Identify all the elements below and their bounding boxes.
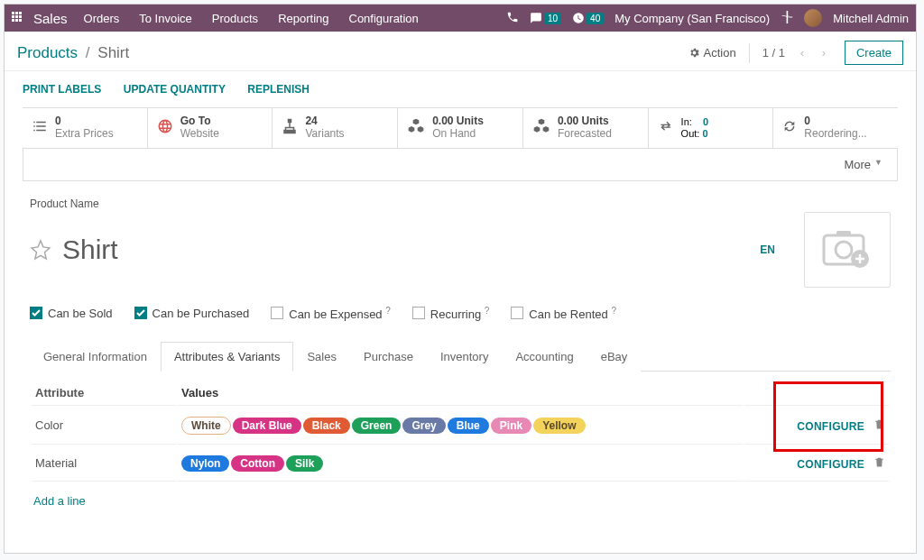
svg-rect-1 (284, 131, 287, 133)
action-buttons-row: PRINT LABELS UPDATE QUANTITY REPLENISH (5, 71, 916, 107)
stat-variants[interactable]: 24Variants (273, 108, 398, 148)
chip[interactable]: White (181, 417, 231, 435)
chip[interactable]: Green (352, 418, 402, 434)
checkbox-can-be-rented[interactable]: Can be Rented ? (511, 306, 616, 321)
chip[interactable]: Black (303, 418, 350, 434)
stat-inout[interactable]: In: 0 Out: 0 (649, 108, 774, 148)
attribute-name[interactable]: Color (32, 408, 176, 445)
tabs: General InformationAttributes & Variants… (30, 341, 891, 372)
stat-forecast[interactable]: 0.00 UnitsForecasted (523, 108, 649, 148)
list-icon (32, 118, 48, 137)
col-values: Values (178, 381, 743, 406)
delete-icon[interactable] (873, 419, 885, 433)
language-badge[interactable]: EN (760, 243, 775, 256)
action-dropdown[interactable]: Action (688, 46, 736, 60)
svg-rect-6 (836, 231, 851, 236)
settings-icon[interactable] (781, 11, 793, 26)
breadcrumb: Products / Shirt (17, 44, 129, 62)
pager-prev[interactable]: ‹ (794, 43, 810, 63)
col-attribute: Attribute (32, 381, 176, 406)
menu-configuration[interactable]: Configuration (349, 12, 419, 25)
delete-icon[interactable] (873, 457, 885, 471)
chip[interactable]: Blue (448, 418, 489, 434)
avatar[interactable] (804, 9, 822, 27)
favorite-star-icon[interactable] (30, 239, 51, 261)
menu-to-invoice[interactable]: To Invoice (139, 12, 192, 25)
attribute-values[interactable]: WhiteDark BlueBlackGreenGreyBluePinkYell… (178, 408, 743, 445)
checkbox-can-be-sold[interactable]: Can be Sold (30, 307, 113, 320)
tab-general-information[interactable]: General Information (30, 342, 161, 372)
top-nav: Sales Orders To Invoice Products Reporti… (5, 5, 916, 32)
breadcrumb-root[interactable]: Products (17, 44, 78, 61)
attribute-name[interactable]: Material (32, 446, 176, 482)
configure-button[interactable]: CONFIGURE (797, 420, 864, 433)
app-brand[interactable]: Sales (33, 11, 68, 26)
configure-button[interactable]: CONFIGURE (797, 458, 864, 471)
attribute-values[interactable]: NylonCottonSilk (178, 446, 743, 482)
breadcrumb-current: Shirt (97, 44, 129, 61)
attributes-table: Attribute Values ColorWhiteDark BlueBlac… (30, 379, 891, 483)
menu-products[interactable]: Products (212, 12, 258, 25)
activities-icon[interactable]: 40 (572, 12, 604, 24)
product-name-label: Product Name (30, 197, 891, 210)
cubes-icon (407, 117, 425, 138)
globe-icon (157, 118, 173, 137)
messages-icon[interactable]: 10 (530, 12, 561, 24)
tab-inventory[interactable]: Inventory (427, 342, 502, 372)
pager: 1 / 1 ‹ › (762, 43, 832, 63)
warning-text: Warning: adding or deleting attributes w… (30, 549, 891, 553)
breadcrumb-row: Products / Shirt Action 1 / 1 ‹ › Create (5, 32, 916, 71)
chip[interactable]: Pink (491, 418, 531, 434)
chip[interactable]: Dark Blue (233, 418, 301, 434)
table-row: MaterialNylonCottonSilkCONFIGURE (32, 446, 889, 482)
company-switcher[interactable]: My Company (San Francisco) (614, 12, 770, 25)
chip[interactable]: Cotton (231, 455, 284, 472)
tab-accounting[interactable]: Accounting (502, 342, 587, 372)
pager-next[interactable]: › (816, 43, 832, 63)
more-dropdown[interactable]: More▼ (23, 149, 898, 181)
stat-extra-prices[interactable]: 0Extra Prices (23, 108, 148, 148)
add-line-link[interactable]: Add a line (30, 483, 89, 519)
apps-icon[interactable] (12, 12, 24, 24)
svg-rect-3 (292, 131, 295, 133)
chip[interactable]: Yellow (533, 418, 585, 434)
product-image-placeholder[interactable] (804, 212, 891, 288)
replenish-button[interactable]: REPLENISH (247, 83, 310, 96)
top-menu: Orders To Invoice Products Reporting Con… (84, 12, 419, 25)
svg-rect-0 (289, 120, 291, 123)
checkbox-can-be-purchased[interactable]: Can be Purchased (134, 307, 250, 320)
messages-badge: 10 (544, 13, 561, 24)
user-name[interactable]: Mitchell Admin (833, 12, 909, 25)
chip[interactable]: Grey (402, 418, 445, 434)
chip[interactable]: Nylon (181, 455, 229, 472)
update-quantity-button[interactable]: UPDATE QUANTITY (124, 83, 226, 96)
checkbox-row: Can be SoldCan be PurchasedCan be Expens… (30, 306, 891, 321)
sitemap-icon (282, 118, 298, 137)
print-labels-button[interactable]: PRINT LABELS (23, 83, 101, 96)
activities-badge: 40 (587, 13, 604, 24)
chip[interactable]: Silk (286, 455, 323, 472)
tab-purchase[interactable]: Purchase (350, 342, 427, 372)
product-name[interactable]: Shirt (62, 234, 118, 265)
tab-attributes-variants[interactable]: Attributes & Variants (161, 342, 294, 372)
stat-boxes: 0Extra Prices Go ToWebsite 24Variants 0.… (23, 107, 898, 149)
svg-rect-2 (289, 131, 291, 133)
checkbox-can-be-expensed[interactable]: Can be Expensed ? (271, 306, 391, 321)
stat-reordering[interactable]: 0Reordering... (773, 108, 898, 148)
stat-website[interactable]: Go ToWebsite (148, 108, 273, 148)
transfer-icon (658, 118, 674, 137)
tab-sales[interactable]: Sales (293, 342, 350, 372)
refresh-icon (782, 119, 797, 136)
pager-count: 1 / 1 (762, 46, 785, 60)
create-button[interactable]: Create (845, 41, 903, 65)
tab-ebay[interactable]: eBay (587, 342, 642, 372)
stat-onhand[interactable]: 0.00 UnitsOn Hand (398, 108, 523, 148)
checkbox-recurring[interactable]: Recurring ? (412, 306, 490, 321)
cubes-icon (532, 117, 550, 138)
table-row: ColorWhiteDark BlueBlackGreenGreyBluePin… (32, 408, 889, 445)
svg-point-5 (836, 242, 852, 258)
menu-reporting[interactable]: Reporting (278, 12, 328, 25)
menu-orders[interactable]: Orders (84, 12, 120, 25)
phone-icon[interactable] (506, 11, 519, 26)
